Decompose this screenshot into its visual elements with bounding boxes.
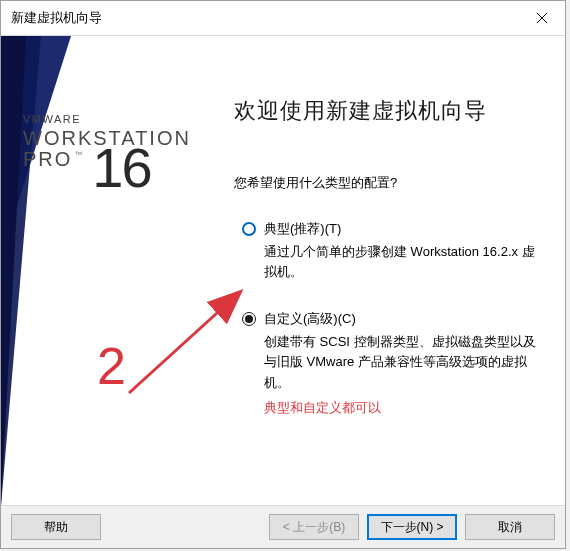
back-button: < 上一步(B) bbox=[269, 514, 359, 540]
svg-marker-4 bbox=[1, 36, 26, 505]
option-typical-desc: 通过几个简单的步骤创建 Workstation 16.2.x 虚拟机。 bbox=[264, 242, 545, 282]
new-vm-wizard-dialog: 新建虚拟机向导 VMWARE WORKSTATION PRO ™ 16 bbox=[0, 0, 566, 549]
annotation-note: 典型和自定义都可以 bbox=[264, 399, 545, 417]
footer: 帮助 < 上一步(B) 下一步(N) > 取消 bbox=[1, 505, 565, 548]
option-custom-label: 自定义(高级)(C) bbox=[264, 310, 356, 328]
side-graphic: VMWARE WORKSTATION PRO ™ 16 bbox=[1, 36, 216, 505]
brand-version: 16 bbox=[92, 139, 150, 198]
help-button[interactable]: 帮助 bbox=[11, 514, 101, 540]
close-icon[interactable] bbox=[519, 1, 565, 35]
annotation-number: 2 bbox=[97, 336, 126, 396]
welcome-heading: 欢迎使用新建虚拟机向导 bbox=[234, 96, 545, 126]
option-custom-desc: 创建带有 SCSI 控制器类型、虚拟磁盘类型以及与旧版 VMware 产品兼容性… bbox=[264, 332, 545, 392]
option-custom[interactable]: 自定义(高级)(C) 创建带有 SCSI 控制器类型、虚拟磁盘类型以及与旧版 V… bbox=[234, 310, 545, 416]
radio-typical[interactable] bbox=[242, 222, 256, 236]
option-typical[interactable]: 典型(推荐)(T) 通过几个简单的步骤创建 Workstation 16.2.x… bbox=[234, 220, 545, 282]
wizard-content: 欢迎使用新建虚拟机向导 您希望使用什么类型的配置? 典型(推荐)(T) 通过几个… bbox=[216, 36, 565, 505]
next-button[interactable]: 下一步(N) > bbox=[367, 514, 457, 540]
option-typical-label: 典型(推荐)(T) bbox=[264, 220, 341, 238]
brand-tm: ™ bbox=[74, 151, 82, 159]
brand-pro: PRO bbox=[23, 149, 72, 170]
brand-logo: VMWARE WORKSTATION PRO ™ 16 bbox=[23, 114, 191, 197]
cancel-button[interactable]: 取消 bbox=[465, 514, 555, 540]
config-question: 您希望使用什么类型的配置? bbox=[234, 174, 545, 192]
brand-vmware: VMWARE bbox=[23, 114, 191, 126]
titlebar-title: 新建虚拟机向导 bbox=[1, 9, 519, 27]
radio-custom[interactable] bbox=[242, 312, 256, 326]
titlebar[interactable]: 新建虚拟机向导 bbox=[1, 1, 565, 36]
